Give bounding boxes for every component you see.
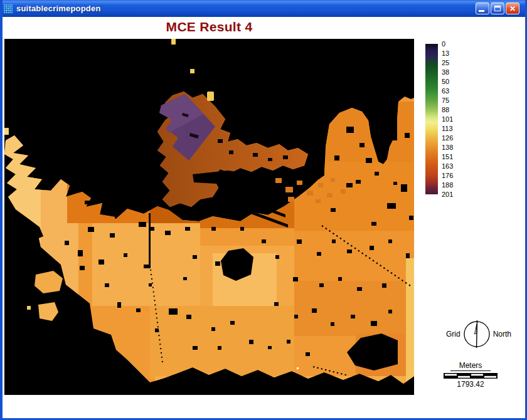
legend-label: 0 [442,39,463,49]
legend-label: 88 [442,105,463,115]
map-canvas[interactable] [4,39,414,395]
legend-label: 163 [442,162,463,171]
legend-label: 13 [442,49,463,58]
north-label: North [493,330,511,339]
scale-bar: Meters 1793.42 [439,361,502,389]
legend-label: 176 [442,171,463,181]
legend-label: 50 [442,77,463,87]
north-arrow: Grid North [438,317,519,352]
map-title: MCE Result 4 [166,19,253,34]
legend-label: 75 [442,96,463,105]
scale-checker-bar [444,373,498,379]
minimize-button[interactable] [476,3,489,14]
legend-label: 101 [442,115,463,124]
legend-label: 151 [442,152,463,162]
window-title: suitablecrimepopden [16,4,472,13]
maximize-icon [494,6,501,11]
scale-unit-label: Meters [450,361,491,371]
legend-label: 38 [442,68,463,77]
legend-labels: 0 13 25 38 50 63 75 88 101 113 126 138 1… [442,39,463,199]
close-icon: ✕ [509,5,516,13]
window-titlebar[interactable]: suitablecrimepopden ✕ [0,0,527,17]
north-arrow-icon [461,317,492,352]
maximize-button[interactable] [491,3,504,14]
legend-label: 113 [442,124,463,134]
grid-label: Grid [446,330,460,339]
legend-label: 138 [442,143,463,152]
legend-label: 201 [442,190,463,199]
minimize-icon [479,10,484,12]
legend-label: 25 [442,58,463,68]
legend-label: 63 [442,87,463,96]
scale-value: 1793.42 [457,380,484,389]
legend-label: 126 [442,134,463,143]
app-icon [4,4,13,13]
legend-label: 188 [442,181,463,190]
close-button[interactable]: ✕ [506,3,519,14]
legend-colorbar [425,44,438,194]
application-window: suitablecrimepopden ✕ MCE Result 4 [0,0,527,420]
